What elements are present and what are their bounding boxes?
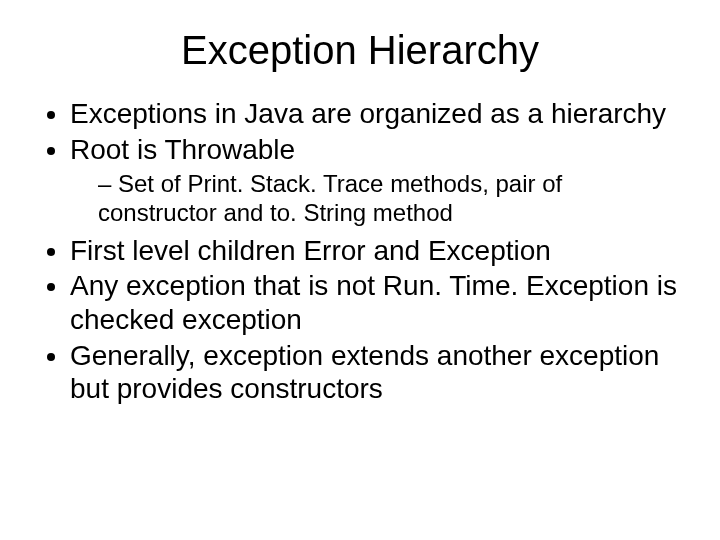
bullet-item: Generally, exception extends another exc… bbox=[70, 339, 680, 406]
slide: Exception Hierarchy Exceptions in Java a… bbox=[0, 0, 720, 540]
sub-bullet-list: Set of Print. Stack. Trace methods, pair… bbox=[70, 170, 680, 228]
bullet-item: Exceptions in Java are organized as a hi… bbox=[70, 97, 680, 131]
sub-bullet-item: Set of Print. Stack. Trace methods, pair… bbox=[98, 170, 680, 228]
bullet-item: First level children Error and Exception bbox=[70, 234, 680, 268]
bullet-item: Any exception that is not Run. Time. Exc… bbox=[70, 269, 680, 336]
bullet-item: Root is Throwable Set of Print. Stack. T… bbox=[70, 133, 680, 228]
bullet-text: Root is Throwable bbox=[70, 134, 295, 165]
slide-title: Exception Hierarchy bbox=[40, 28, 680, 73]
bullet-list: Exceptions in Java are organized as a hi… bbox=[40, 97, 680, 406]
